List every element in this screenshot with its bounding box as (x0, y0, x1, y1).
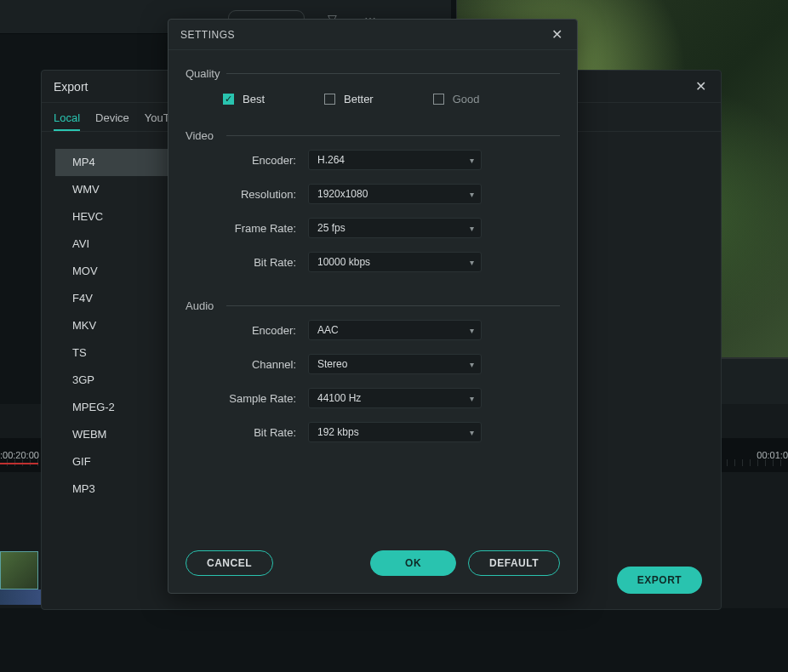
audio-samplerate-label: Sample Rate: (186, 392, 308, 405)
export-close-button[interactable]: ✕ (692, 78, 709, 94)
video-framerate-value: 25 fps (317, 222, 345, 234)
ruler-timestamp-left: :00:20:00 (0, 450, 39, 460)
video-framerate-label: Frame Rate: (186, 222, 308, 235)
audio-bitrate-value: 192 kbps (317, 426, 359, 438)
default-button[interactable]: DEFAULT (468, 550, 560, 576)
chevron-down-icon: ▾ (470, 326, 474, 335)
audio-encoder-label: Encoder: (186, 324, 308, 337)
quality-section-label: Quality (186, 67, 220, 80)
export-tab-local[interactable]: Local (54, 111, 80, 131)
settings-title: SETTINGS (180, 29, 548, 41)
export-button[interactable]: EXPORT (617, 567, 702, 594)
quality-option-good[interactable]: Good (433, 93, 480, 105)
checkbox-icon (433, 94, 444, 105)
cancel-button[interactable]: CANCEL (186, 550, 273, 576)
video-resolution-dropdown[interactable]: 1920x1080 ▾ (308, 184, 482, 204)
video-bitrate-value: 10000 kbps (317, 256, 370, 268)
audio-encoder-value: AAC (317, 324, 339, 336)
playhead-indicator (0, 463, 38, 464)
audio-encoder-dropdown[interactable]: AAC ▾ (308, 320, 482, 340)
video-resolution-label: Resolution: (186, 188, 308, 201)
audio-samplerate-value: 44100 Hz (317, 392, 361, 404)
audio-bitrate-dropdown[interactable]: 192 kbps ▾ (308, 422, 482, 442)
audio-channel-value: Stereo (317, 358, 347, 370)
video-section-label: Video (186, 129, 214, 142)
timeline-clip-thumbnail (0, 551, 38, 589)
ok-button[interactable]: OK (370, 550, 456, 576)
video-bitrate-dropdown[interactable]: 10000 kbps ▾ (308, 252, 482, 272)
audio-channel-label: Channel: (186, 358, 308, 371)
audio-section-label: Audio (186, 299, 214, 312)
video-framerate-dropdown[interactable]: 25 fps ▾ (308, 218, 482, 238)
timeline-clip-strip (0, 589, 47, 605)
audio-channel-dropdown[interactable]: Stereo ▾ (308, 354, 482, 374)
check-icon: ✓ (223, 94, 234, 105)
settings-close-button[interactable]: ✕ (548, 26, 565, 43)
checkbox-icon (324, 94, 335, 105)
ruler-timestamp-right: 00:01:0 (757, 450, 788, 460)
settings-dialog: SETTINGS ✕ Quality ✓ Best Better Good Vi… (168, 19, 578, 594)
audio-bitrate-label: Bit Rate: (186, 426, 308, 439)
chevron-down-icon: ▾ (470, 394, 474, 403)
video-bitrate-label: Bit Rate: (186, 256, 308, 269)
chevron-down-icon: ▾ (470, 360, 474, 369)
chevron-down-icon: ▾ (470, 258, 474, 267)
video-encoder-value: H.264 (317, 154, 345, 166)
chevron-down-icon: ▾ (470, 428, 474, 437)
export-tab-device[interactable]: Device (95, 111, 129, 131)
video-resolution-value: 1920x1080 (317, 188, 368, 200)
chevron-down-icon: ▾ (470, 224, 474, 233)
chevron-down-icon: ▾ (470, 156, 474, 165)
audio-samplerate-dropdown[interactable]: 44100 Hz ▾ (308, 388, 482, 408)
quality-options: ✓ Best Better Good (186, 88, 560, 124)
video-encoder-dropdown[interactable]: H.264 ▾ (308, 150, 482, 170)
quality-option-better[interactable]: Better (324, 93, 374, 105)
chevron-down-icon: ▾ (470, 190, 474, 199)
quality-option-best[interactable]: ✓ Best (223, 93, 265, 105)
video-encoder-label: Encoder: (186, 154, 308, 167)
